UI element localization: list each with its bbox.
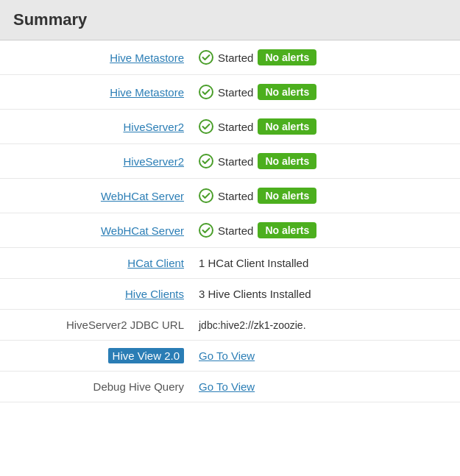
no-alerts-badge: No alerts <box>258 84 316 100</box>
info-value: 3 Hive Clients Installed <box>199 288 311 300</box>
check-icon <box>199 85 213 99</box>
summary-panel: Summary Hive Metastore StartedNo alertsH… <box>0 0 460 402</box>
table-row: WebHCat Server StartedNo alerts <box>0 179 460 213</box>
summary-header: Summary <box>0 0 460 40</box>
table-row: Debug Hive QueryGo To View <box>0 372 460 402</box>
status-container: StartedNo alerts <box>199 84 453 100</box>
check-icon <box>199 154 213 168</box>
table-row: Hive View 2.0Go To View <box>0 341 460 372</box>
svg-point-4 <box>199 189 213 202</box>
status-text: Started <box>218 121 253 133</box>
svg-point-2 <box>199 120 213 133</box>
check-icon <box>199 119 213 134</box>
status-text: Started <box>218 51 253 64</box>
status-text: Started <box>218 224 253 237</box>
goto-view-link-hive-view-2[interactable]: Go To View <box>199 349 255 362</box>
table-row: HiveServer2 JDBC URLjdbc:hive2://zk1-zoo… <box>0 310 460 341</box>
page-title: Summary <box>13 10 447 29</box>
status-container: StartedNo alerts <box>199 188 453 204</box>
status-container: StartedNo alerts <box>199 118 453 135</box>
table-row: WebHCat Server StartedNo alerts <box>0 213 460 248</box>
status-text: Started <box>218 155 253 168</box>
no-alerts-badge: No alerts <box>258 118 316 135</box>
status-container: StartedNo alerts <box>199 222 453 238</box>
info-link-hive-clients[interactable]: Hive Clients <box>125 288 184 300</box>
info-value: 1 HCat Client Installed <box>199 257 308 269</box>
no-alerts-badge: No alerts <box>258 49 316 65</box>
service-link-hive-metastore-2[interactable]: Hive Metastore <box>110 86 184 99</box>
no-alerts-badge: No alerts <box>258 153 316 169</box>
no-alerts-badge: No alerts <box>258 222 316 238</box>
jdbc-url-value: jdbc:hive2://zk1-zoozie. <box>199 319 306 331</box>
service-link-hiveserver2-2[interactable]: HiveServer2 <box>123 155 184 168</box>
svg-point-3 <box>199 154 213 168</box>
table-row: Hive Metastore StartedNo alerts <box>0 40 460 75</box>
table-row: Hive Metastore StartedNo alerts <box>0 75 460 110</box>
info-link-hcat-client[interactable]: HCat Client <box>127 257 184 269</box>
svg-point-5 <box>199 224 213 237</box>
highlighted-label: Hive View 2.0 <box>108 348 184 363</box>
svg-point-0 <box>199 51 213 64</box>
status-container: StartedNo alerts <box>199 49 453 65</box>
service-link-hive-metastore-1[interactable]: Hive Metastore <box>110 51 184 64</box>
summary-table: Hive Metastore StartedNo alertsHive Meta… <box>0 40 460 402</box>
plain-label: Debug Hive Query <box>93 380 184 393</box>
service-link-hiveserver2-1[interactable]: HiveServer2 <box>123 121 184 133</box>
status-container: StartedNo alerts <box>199 153 453 169</box>
goto-view-link-debug-hive-query[interactable]: Go To View <box>199 380 255 393</box>
check-icon <box>199 188 213 203</box>
table-row: HCat Client1 HCat Client Installed <box>0 248 460 279</box>
service-link-webhcat-server-1[interactable]: WebHCat Server <box>101 190 184 202</box>
table-row: Hive Clients3 Hive Clients Installed <box>0 279 460 310</box>
jdbc-label: HiveServer2 JDBC URL <box>66 319 184 331</box>
table-row: HiveServer2 StartedNo alerts <box>0 144 460 179</box>
table-row: HiveServer2 StartedNo alerts <box>0 110 460 144</box>
svg-point-1 <box>199 85 213 99</box>
no-alerts-badge: No alerts <box>258 188 316 204</box>
check-icon <box>199 50 213 65</box>
status-text: Started <box>218 190 253 202</box>
status-text: Started <box>218 86 253 99</box>
check-icon <box>199 223 213 238</box>
service-link-webhcat-server-2[interactable]: WebHCat Server <box>101 224 184 237</box>
